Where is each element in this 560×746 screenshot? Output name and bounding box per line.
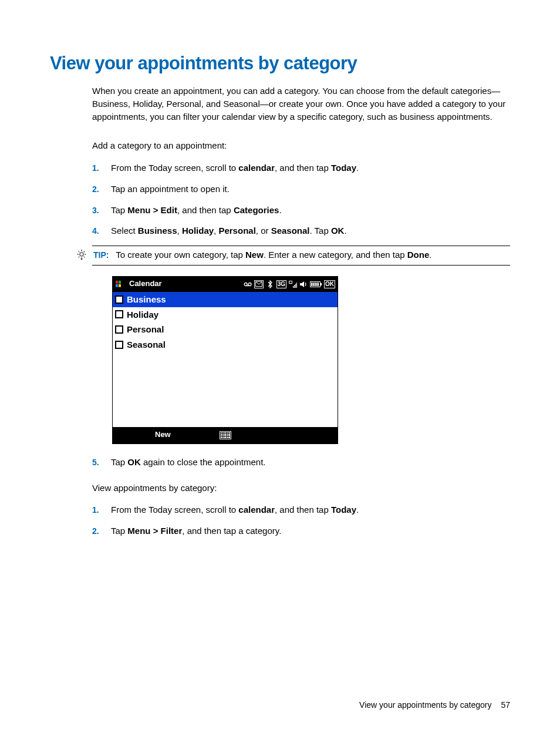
step-marker: 1. [92, 162, 111, 174]
content-body: When you create an appointment, you can … [50, 85, 510, 537]
step-2b: 2. Tap Menu > Filter, and then tap a cat… [92, 525, 510, 537]
steps-list-2: 1. From the Today screen, scroll to cale… [92, 503, 510, 537]
tip-label: TIP: [93, 250, 109, 260]
svg-point-13 [248, 283, 251, 285]
lightbulb-icon [76, 248, 87, 260]
checkbox-icon[interactable] [115, 310, 123, 318]
page-title: View your appointments by category [50, 53, 510, 74]
device-titlebar: Calendar 3G [113, 277, 338, 292]
tip-callout: TIP: To create your own category, tap Ne… [92, 246, 510, 266]
category-label: Seasonal [127, 338, 166, 351]
svg-rect-24 [311, 283, 313, 286]
steps-list-1b: 5. Tap OK again to close the appointment… [92, 456, 510, 469]
step-text: Tap Menu > Edit, and then tap Categories… [111, 204, 510, 217]
titlebar-left: Calendar [115, 278, 162, 290]
svg-rect-18 [293, 286, 294, 288]
category-row-seasonal[interactable]: Seasonal [113, 337, 338, 352]
svg-line-8 [79, 257, 80, 258]
svg-rect-23 [321, 283, 322, 285]
step-4: 4. Select Business, Holiday, Personal, o… [92, 224, 510, 237]
step-marker: 3. [92, 204, 111, 216]
checkbox-icon[interactable] [115, 325, 123, 334]
step-1: 1. From the Today screen, scroll to cale… [92, 162, 510, 174]
section-lead-view: View appointments by category: [92, 482, 510, 495]
mail-icon [254, 280, 264, 288]
step-marker: 2. [92, 525, 111, 537]
checkbox-icon[interactable]: ✓ [115, 295, 123, 304]
category-row-holiday[interactable]: Holiday [113, 307, 338, 322]
category-row-personal[interactable]: Personal [113, 322, 338, 337]
category-row-business[interactable]: ✓ Business [113, 292, 338, 307]
intro-paragraph: When you create an appointment, you can … [92, 85, 510, 123]
step-marker: 4. [92, 225, 111, 237]
step-2: 2. Tap an appointment to open it. [92, 183, 510, 196]
step-3: 3. Tap Menu > Edit, and then tap Categor… [92, 204, 510, 217]
section-lead-add: Add a category to an appointment: [92, 139, 510, 152]
svg-rect-19 [294, 285, 295, 288]
svg-rect-27 [318, 283, 319, 286]
device-softkeys: New [113, 427, 338, 443]
svg-point-0 [80, 253, 83, 256]
svg-rect-17 [289, 281, 292, 283]
svg-rect-21 [296, 283, 297, 288]
signal-icon [289, 280, 297, 288]
step-marker: 5. [92, 456, 111, 468]
svg-point-12 [244, 283, 247, 285]
footer-text: View your appointments by category [359, 700, 491, 710]
svg-line-9 [84, 257, 85, 258]
device-title: Calendar [129, 278, 162, 290]
bluetooth-icon [266, 280, 274, 288]
step-text: From the Today screen, scroll to calenda… [111, 503, 510, 516]
tip-text: TIP: To create your own category, tap Ne… [93, 248, 510, 261]
svg-rect-25 [313, 283, 315, 286]
step-text: Tap an appointment to open it. [111, 183, 510, 196]
step-text: Select Business, Holiday, Personal, or S… [111, 224, 510, 237]
step-1b: 1. From the Today screen, scroll to cale… [92, 503, 510, 516]
steps-list-1: 1. From the Today screen, scroll to cale… [92, 162, 510, 237]
category-label: Holiday [127, 308, 158, 321]
step-text: Tap Menu > Filter, and then tap a catego… [111, 525, 510, 537]
battery-icon [310, 280, 322, 288]
step-marker: 2. [92, 183, 111, 195]
step-marker: 1. [92, 504, 111, 516]
step-text: From the Today screen, scroll to calenda… [111, 162, 510, 174]
page: View your appointments by category When … [0, 0, 560, 746]
svg-rect-26 [315, 283, 317, 286]
page-number: 57 [501, 700, 510, 710]
category-list: ✓ Business Holiday Personal Seasonal [113, 292, 338, 427]
svg-line-5 [79, 251, 80, 253]
svg-rect-20 [295, 284, 296, 288]
windows-flag-icon[interactable] [115, 280, 126, 288]
device-screenshot: Calendar 3G [112, 276, 338, 444]
new-softkey[interactable]: New [155, 429, 171, 441]
checkbox-icon[interactable] [115, 341, 123, 349]
page-footer: View your appointments by category 57 [359, 700, 510, 710]
ok-button[interactable]: OK [324, 280, 335, 288]
voicemail-icon [244, 280, 252, 288]
keyboard-icon[interactable] [220, 431, 231, 439]
network-3g-icon: 3G [276, 280, 286, 288]
step-text: Tap OK again to close the appointment. [111, 456, 510, 469]
status-icons: 3G OK [244, 280, 335, 288]
category-label: Business [127, 293, 166, 306]
step-5: 5. Tap OK again to close the appointment… [92, 456, 510, 469]
category-label: Personal [127, 323, 164, 336]
speaker-icon [299, 280, 308, 288]
